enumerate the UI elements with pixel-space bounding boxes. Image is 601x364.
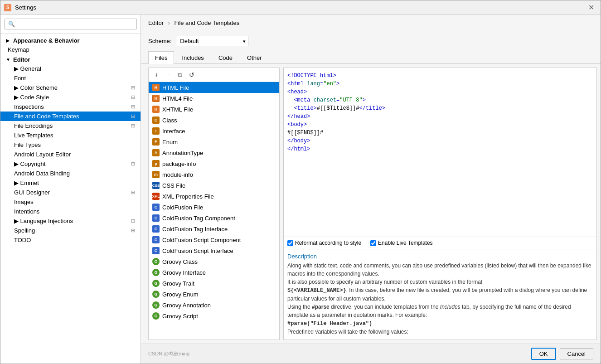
search-box xyxy=(0,15,141,34)
close-button[interactable]: ✕ xyxy=(586,2,597,13)
list-item-class[interactable]: C Class xyxy=(149,115,279,126)
tab-files[interactable]: Files xyxy=(148,51,174,64)
file-item-label: Groovy Class xyxy=(162,258,198,265)
sidebar-item-inspections[interactable]: Inspections ⊞ xyxy=(0,102,141,112)
expand-arrow: ▼ xyxy=(6,57,12,62)
list-item-groovy-trait[interactable]: G Groovy Trait xyxy=(149,278,279,289)
sidebar-item-images[interactable]: Images xyxy=(0,197,141,207)
list-item-enum[interactable]: E Enum xyxy=(149,136,279,147)
scheme-row: Scheme: Default Project xyxy=(141,31,601,51)
sidebar-item-font[interactable]: Font xyxy=(0,73,141,83)
remove-button[interactable]: − xyxy=(163,70,173,80)
sidebar-item-label: ▶ Code Style xyxy=(14,94,131,101)
code-line: </body> xyxy=(287,137,593,145)
sidebar-item-live-templates[interactable]: Live Templates xyxy=(0,131,141,140)
list-item-groovy-class[interactable]: G Groovy Class xyxy=(149,256,279,267)
list-item-groovy-annotation[interactable]: G Groovy Annotation xyxy=(149,300,279,311)
code-editor[interactable]: <!DOCTYPE html> <html lang="en"> <head> … xyxy=(284,68,596,237)
live-templates-checkbox-label[interactable]: Enable Live Templates xyxy=(370,240,433,246)
cf-tag-iface-icon: C xyxy=(152,225,160,233)
live-templates-checkbox[interactable] xyxy=(370,240,376,246)
settings-window: S Settings ✕ ▶ Appearance & Behavior Key… xyxy=(0,0,601,364)
file-item-label: XHTML File xyxy=(162,106,193,113)
list-item-xhtml-file[interactable]: H XHTML File xyxy=(149,104,279,115)
list-item-annotation[interactable]: A AnnotationType xyxy=(149,147,279,158)
cf-file-icon: C xyxy=(152,204,160,211)
list-item-cf-script-comp[interactable]: C ColdFusion Script Component xyxy=(149,234,279,245)
file-item-label: ColdFusion Tag Component xyxy=(162,215,235,222)
sidebar-item-copyright[interactable]: ▶ Copyright ⊞ xyxy=(0,159,141,169)
sidebar-item-android-data[interactable]: Android Data Binding xyxy=(0,169,141,178)
list-item-cf-script-iface[interactable]: C ColdFusion Script Interface xyxy=(149,245,279,256)
description-panel: Description Along with static text, code… xyxy=(284,249,596,340)
list-item-cf-file[interactable]: C ColdFusion File xyxy=(149,202,279,213)
main-content: ▶ Appearance & Behavior Keymap ▼ Editor … xyxy=(0,15,601,364)
sidebar-item-appearance[interactable]: ▶ Appearance & Behavior xyxy=(0,35,141,45)
annotation-file-icon: A xyxy=(152,149,160,156)
list-item-module-info[interactable]: m module-info xyxy=(149,169,279,180)
code-line: <!DOCTYPE html> xyxy=(287,72,593,80)
sidebar-item-editor[interactable]: ▼ Editor xyxy=(0,54,141,64)
file-item-label: AnnotationType xyxy=(162,150,203,156)
list-item-groovy-enum[interactable]: G Groovy Enum xyxy=(149,289,279,300)
sidebar: ▶ Appearance & Behavior Keymap ▼ Editor … xyxy=(0,15,141,364)
settings-icon: ⊞ xyxy=(131,113,135,119)
file-item-label: Groovy Script xyxy=(162,313,198,320)
xml-props-icon: XML xyxy=(152,193,160,200)
file-item-label: HTML File xyxy=(162,84,189,91)
sidebar-item-label: TODO xyxy=(14,237,135,243)
sidebar-item-emmet[interactable]: ▶ Emmet xyxy=(0,178,141,188)
app-icon: S xyxy=(4,4,11,11)
file-item-label: Enum xyxy=(162,139,178,146)
tab-other[interactable]: Other xyxy=(240,51,269,64)
expand-arrow: ▶ xyxy=(6,38,12,43)
list-item-html4-file[interactable]: H HTML4 File xyxy=(149,93,279,104)
sidebar-item-code-style[interactable]: ▶ Code Style ⊞ xyxy=(0,92,141,102)
list-item-cf-tag-iface[interactable]: C ColdFusion Tag Interface xyxy=(149,223,279,234)
file-item-label: XML Properties File xyxy=(162,193,214,200)
ok-button[interactable]: OK xyxy=(531,348,556,360)
reformat-checkbox-label[interactable]: Reformat according to style xyxy=(287,240,361,246)
list-item-interface[interactable]: I Interface xyxy=(149,126,279,136)
list-item-cf-tag-comp[interactable]: C ColdFusion Tag Component xyxy=(149,213,279,223)
list-item-groovy-script[interactable]: G Groovy Script xyxy=(149,311,279,321)
sidebar-item-color-scheme[interactable]: ▶ Color Scheme ⊞ xyxy=(0,83,141,92)
list-item-xml-props[interactable]: XML XML Properties File xyxy=(149,191,279,202)
list-item-html-file[interactable]: H HTML File xyxy=(149,82,279,93)
tab-includes[interactable]: Includes xyxy=(175,51,210,64)
reformat-checkbox[interactable] xyxy=(287,240,293,246)
sidebar-item-intentions[interactable]: Intentions xyxy=(0,207,141,216)
settings-icon: ⊞ xyxy=(131,104,135,110)
settings-icon: ⊞ xyxy=(131,161,135,167)
tab-code[interactable]: Code xyxy=(212,51,239,64)
sidebar-item-android-layout[interactable]: Android Layout Editor xyxy=(0,150,141,159)
breadcrumb-current: File and Code Templates xyxy=(174,19,240,26)
interface-file-icon: I xyxy=(152,127,160,135)
add-button[interactable]: + xyxy=(151,70,161,80)
sidebar-item-file-types[interactable]: File Types xyxy=(0,140,141,150)
scheme-select[interactable]: Default Project xyxy=(176,36,248,46)
list-item-groovy-interface[interactable]: G Groovy Interface xyxy=(149,267,279,278)
cancel-button[interactable]: Cancel xyxy=(560,348,593,359)
sidebar-item-file-templates[interactable]: File and Code Templates ⊞ xyxy=(0,112,141,121)
sidebar-item-general[interactable]: ▶ General xyxy=(0,64,141,73)
sidebar-item-keymap[interactable]: Keymap xyxy=(0,45,141,54)
file-item-label: ColdFusion Script Component xyxy=(162,237,241,243)
live-templates-label: Enable Live Templates xyxy=(378,240,433,246)
sidebar-item-spelling[interactable]: Spelling ⊞ xyxy=(0,226,141,235)
reset-button[interactable]: ↺ xyxy=(187,70,197,80)
file-item-label: ColdFusion File xyxy=(162,204,203,211)
copy-button[interactable]: ⧉ xyxy=(175,70,185,80)
search-input[interactable] xyxy=(4,19,137,29)
sidebar-item-gui-designer[interactable]: GUI Designer ⊞ xyxy=(0,188,141,197)
list-item-package-info[interactable]: p package-info xyxy=(149,158,279,169)
breadcrumb-parent: Editor xyxy=(148,19,164,26)
code-line: <head> xyxy=(287,88,593,96)
sidebar-item-label: Spelling xyxy=(14,227,131,234)
groovy-script-icon: G xyxy=(152,312,160,320)
sidebar-item-todo[interactable]: TODO xyxy=(0,235,141,245)
sidebar-item-label: Appearance & Behavior xyxy=(13,37,80,44)
sidebar-item-lang-injections[interactable]: ▶ Language Injections ⊞ xyxy=(0,216,141,226)
list-item-css-file[interactable]: CSS CSS File xyxy=(149,180,279,191)
sidebar-item-file-encodings[interactable]: File Encodings ⊞ xyxy=(0,121,141,131)
